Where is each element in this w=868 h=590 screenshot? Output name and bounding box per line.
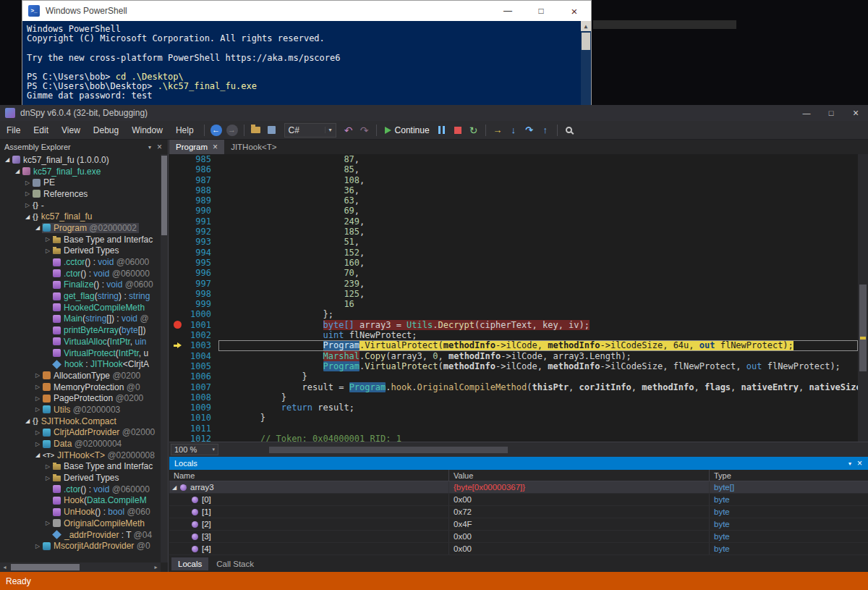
menu-edit[interactable]: Edit [27, 121, 55, 139]
expander-icon[interactable]: ◢ [23, 418, 32, 424]
locals-row[interactable]: [1]0x72byte [169, 506, 868, 518]
breakpoint-gutter[interactable] [169, 361, 185, 371]
locals-row[interactable]: [4]0x00byte [169, 543, 868, 555]
scrollbar-track[interactable] [9, 564, 151, 570]
tree-item[interactable]: ◢{}kc57_final_fu [0, 211, 161, 222]
column-header-name[interactable]: Name [169, 470, 449, 481]
breakpoint-gutter[interactable] [169, 371, 185, 382]
tool-tab-call-stack[interactable]: Call Stack [210, 557, 260, 570]
tree-item[interactable]: VirtualProtect(IntPtr, u [0, 347, 161, 359]
pane-menu-icon[interactable]: ▾ [144, 144, 156, 151]
code-text[interactable]: Program.VirtualProtect(methodInfo->ilCod… [218, 361, 858, 371]
editor-horizontal-scrollbar-thumb[interactable] [269, 447, 508, 453]
code-text[interactable]: 70, [218, 268, 858, 278]
tree-item[interactable]: .ctor() : void @060000 [0, 268, 161, 279]
locals-header[interactable]: Locals ▾ × [169, 457, 868, 470]
code-text[interactable]: 87, [218, 154, 858, 164]
breakpoint-gutter[interactable] [169, 403, 185, 413]
tree-item[interactable]: ◢kc57_final_fu.exe [0, 166, 161, 177]
tree-item[interactable]: ◢kc57_final_fu (1.0.0.0) [0, 154, 161, 166]
zoom-select[interactable]: 100 % ▾ [171, 444, 218, 455]
tree-item[interactable]: ◢<T>JITHook<T> @02000008 [0, 450, 161, 461]
tree-item[interactable]: .ctor() : void @060000 [0, 484, 161, 495]
locals-value-cell[interactable]: 0x00 [449, 494, 710, 505]
tree-item[interactable]: ▷References [0, 188, 161, 200]
save-module-button[interactable] [264, 122, 280, 138]
breakpoint-gutter[interactable] [169, 392, 185, 403]
scrollbar-thumb[interactable] [582, 33, 590, 50]
tree-item[interactable]: _addrProvider : T @04 [0, 529, 161, 541]
search-button[interactable] [561, 122, 577, 138]
breakpoint-gutter[interactable] [169, 423, 185, 434]
locals-value-cell[interactable]: 0x72 [449, 506, 710, 518]
tree-item[interactable]: ▷MemoryProtection @0 [0, 382, 161, 393]
code-text[interactable]: 160, [218, 258, 858, 268]
breakpoint-gutter[interactable] [169, 164, 185, 174]
menu-view[interactable]: View [55, 121, 87, 139]
expander-icon[interactable]: ▷ [43, 236, 52, 243]
breakpoint-gutter[interactable] [169, 340, 185, 350]
code-text[interactable]: result = Program.hook.OriginalCompileMet… [218, 382, 858, 392]
breakpoint-gutter[interactable] [169, 413, 185, 423]
tree-item[interactable]: VirtualAlloc(IntPtr, uin [0, 336, 161, 347]
tree-item[interactable]: UnHook() : bool @060 [0, 506, 161, 518]
code-text[interactable]: 69, [218, 206, 858, 216]
restart-button[interactable]: ↻ [466, 122, 482, 138]
show-next-statement-button[interactable]: → [490, 122, 506, 138]
tree-item[interactable]: Finalize() : void @0600 [0, 279, 161, 291]
maximize-button[interactable]: □ [524, 1, 558, 21]
tab-jithook-t[interactable]: JITHook<T> [224, 140, 283, 154]
tree-horizontal-scrollbar[interactable]: ◂ ▸ [0, 562, 161, 572]
step-into-button[interactable]: ↓ [506, 122, 522, 138]
code-text[interactable]: 239, [218, 279, 858, 289]
expander-icon[interactable]: ◢ [23, 214, 32, 220]
locals-value-cell[interactable]: 0x00 [449, 543, 710, 555]
redo-button[interactable]: ↷ [357, 122, 373, 138]
console-scrollbar[interactable]: ▲ [581, 21, 591, 105]
expander-icon[interactable]: ▷ [43, 475, 52, 481]
code-text[interactable]: 249, [218, 216, 858, 227]
pane-close-icon[interactable]: × [156, 142, 163, 152]
expander-icon[interactable]: ▷ [43, 248, 52, 254]
breakpoint-gutter[interactable] [169, 195, 185, 206]
tool-tab-locals[interactable]: Locals [171, 557, 208, 570]
code-text[interactable]: } [218, 392, 858, 403]
code-text[interactable]: } [218, 371, 858, 382]
close-button[interactable]: × [558, 1, 591, 21]
tree-item[interactable]: get_flag(string) : string [0, 290, 161, 302]
code-text[interactable]: 63, [218, 195, 858, 206]
scrollbar-thumb[interactable] [161, 156, 167, 235]
expander-icon[interactable]: ◢ [13, 168, 22, 174]
breakpoint-gutter[interactable] [169, 268, 185, 278]
code-text[interactable]: 125, [218, 289, 858, 299]
tab-program[interactable]: Program× [169, 140, 224, 154]
expander-icon[interactable]: ▷ [33, 384, 42, 390]
step-over-button[interactable]: ↷ [522, 122, 537, 138]
maximize-button[interactable]: □ [819, 105, 843, 121]
tree-item[interactable]: Hook(Data.CompileM [0, 495, 161, 507]
breakpoint-gutter[interactable] [169, 289, 185, 299]
breakpoint-gutter[interactable] [169, 330, 185, 340]
tree-item[interactable]: ▷PE [0, 177, 161, 188]
expander-icon[interactable]: ◢ [172, 484, 180, 491]
tree-item[interactable]: ▷PageProtection @0200 [0, 392, 161, 404]
tree-item[interactable]: ▷Derived Types [0, 472, 161, 484]
code-text[interactable]: 51, [218, 237, 858, 247]
tree-item[interactable]: ▷ClrjtAddrProvider @02000 [0, 427, 161, 439]
expander-icon[interactable]: ▷ [23, 202, 32, 208]
tree-item[interactable]: ▷OriginalCompileMeth [0, 518, 161, 529]
editor-scrollbar[interactable] [858, 154, 868, 442]
tree-item[interactable]: ▷{}- [0, 200, 161, 211]
scrollbar-thumb[interactable] [11, 564, 80, 570]
locals-row[interactable]: [3]0x00byte [169, 531, 868, 543]
scroll-left-icon[interactable]: ◂ [0, 564, 9, 570]
expander-icon[interactable]: ▷ [43, 520, 52, 526]
close-button[interactable]: × [843, 105, 868, 121]
expander-icon[interactable]: ▷ [33, 372, 42, 379]
tree-item[interactable]: .cctor() : void @06000 [0, 256, 161, 268]
expander-icon[interactable]: ▷ [33, 441, 42, 447]
breakpoint-gutter[interactable] [169, 434, 185, 442]
code-text[interactable]: 85, [218, 164, 858, 174]
locals-value-cell[interactable]: 0x4F [449, 518, 710, 530]
tree-vertical-scrollbar[interactable] [161, 154, 168, 562]
